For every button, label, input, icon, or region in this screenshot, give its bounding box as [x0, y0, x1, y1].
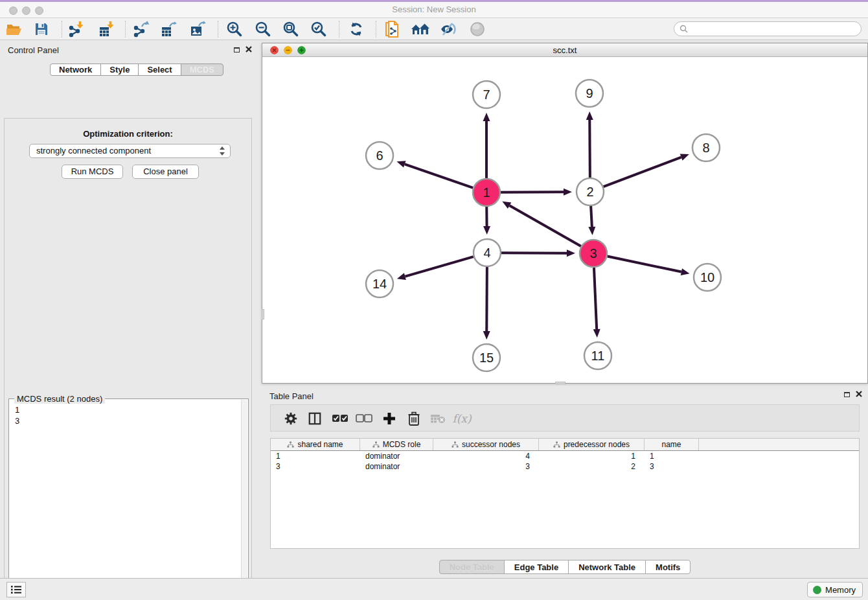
- column-header-successor-nodes[interactable]: successor nodes: [433, 439, 539, 450]
- apply-layout-button[interactable]: [347, 20, 366, 38]
- table-toolbar: f(x): [270, 404, 860, 432]
- table-panel-close-icon[interactable]: [855, 390, 863, 398]
- apply-layout-refresh-icon: [348, 21, 364, 37]
- optimization-criterion-value: strongly connected component: [36, 146, 151, 156]
- node-table-body: 1dominator4113dominator323: [271, 451, 859, 472]
- graph-node-label: 2: [586, 185, 593, 199]
- splitter-grip-vertical[interactable]: [262, 309, 264, 319]
- graph-edge-arrowhead: [586, 111, 593, 120]
- export-table-icon: [161, 21, 177, 38]
- toolbar-separator: [218, 21, 218, 38]
- table-cell: 3: [433, 461, 539, 472]
- table-panel-float-icon[interactable]: [844, 392, 850, 397]
- import-network-button[interactable]: [67, 20, 86, 38]
- hide-panel-button[interactable]: [439, 20, 458, 38]
- column-header-label: successor nodes: [462, 440, 520, 449]
- zoom-selected-button[interactable]: [309, 20, 328, 38]
- column-header-MCDS-role[interactable]: MCDS role: [360, 439, 433, 450]
- function-builder-button[interactable]: f(x): [452, 410, 472, 428]
- clone-network-button[interactable]: [382, 20, 402, 38]
- tab-select[interactable]: Select: [138, 63, 181, 76]
- graph-edge-arrowhead: [397, 273, 406, 280]
- list-icon: [10, 585, 22, 594]
- zoom-fit-icon: [282, 21, 299, 38]
- tab-node-table[interactable]: Node Table: [439, 560, 505, 574]
- delete-column-button[interactable]: [404, 410, 424, 428]
- graph-edge-1-2[interactable]: [501, 192, 564, 192]
- mcds-result-box: MCDS result (2 nodes) 13: [8, 398, 249, 600]
- control-panel-float-icon[interactable]: [234, 47, 240, 52]
- mcds-result-scrollbar[interactable]: [241, 400, 247, 600]
- column-header-predecessor-nodes[interactable]: predecessor nodes: [539, 439, 645, 450]
- mcds-result-title: MCDS result (2 nodes): [14, 394, 105, 404]
- table-cell: 1: [645, 451, 699, 461]
- network-view-window: scc.txt 7968124314101511: [262, 43, 868, 384]
- toolbar-separator: [376, 21, 376, 38]
- column-header-name[interactable]: name: [645, 439, 699, 450]
- tab-motifs[interactable]: Motifs: [645, 560, 691, 574]
- graph-edge-4-3[interactable]: [501, 253, 567, 253]
- graph-edge-3-11[interactable]: [594, 268, 597, 329]
- optimization-criterion-label: Optimization criterion:: [5, 129, 251, 139]
- graph-node-label: 8: [702, 141, 709, 155]
- optimization-criterion-select[interactable]: strongly connected component: [29, 144, 231, 158]
- search-field[interactable]: [674, 21, 862, 36]
- search-input[interactable]: [691, 25, 861, 34]
- select-all-columns-button[interactable]: [330, 410, 350, 428]
- export-table-button[interactable]: [159, 20, 179, 38]
- tab-edge-table[interactable]: Edge Table: [504, 560, 569, 574]
- export-network-button[interactable]: [131, 20, 151, 38]
- ndex-button[interactable]: [411, 20, 430, 38]
- tab-mcds[interactable]: MCDS: [181, 63, 223, 76]
- zoom-out-button[interactable]: [253, 20, 273, 38]
- open-session-button[interactable]: [5, 20, 24, 38]
- import-table-button[interactable]: [97, 20, 117, 38]
- tab-network[interactable]: Network: [50, 63, 101, 76]
- create-column-button[interactable]: [380, 410, 399, 428]
- close-panel-button[interactable]: Close panel: [132, 165, 199, 179]
- run-mcds-button[interactable]: Run MCDS: [62, 165, 123, 179]
- column-header-shared-name[interactable]: shared name: [271, 439, 360, 450]
- sphere-button[interactable]: [468, 20, 487, 38]
- graph-node-label: 6: [376, 148, 383, 163]
- graph-edge-2-9[interactable]: [589, 120, 590, 178]
- control-panel-tabs: NetworkStyleSelectMCDS: [50, 63, 223, 76]
- control-panel-title: Control Panel: [8, 45, 59, 55]
- zoom-fit-button[interactable]: [281, 20, 301, 38]
- graph-edge-arrowhead: [588, 227, 595, 235]
- trash-icon: [407, 411, 420, 426]
- houses-icon: [411, 21, 430, 37]
- save-session-button[interactable]: [32, 20, 51, 38]
- memory-button[interactable]: Memory: [807, 582, 863, 597]
- graph-edge-4-15[interactable]: [486, 267, 487, 331]
- table-row[interactable]: 1dominator411: [271, 451, 859, 461]
- graph-edge-3-1[interactable]: [510, 205, 581, 246]
- toolbar-separator: [125, 21, 126, 38]
- graph-edge-4-14[interactable]: [405, 257, 473, 277]
- tab-network-table[interactable]: Network Table: [568, 560, 646, 574]
- column-sort-icon: [451, 441, 459, 448]
- network-canvas[interactable]: 7968124314101511: [262, 57, 867, 383]
- toolbar-separator: [62, 21, 62, 38]
- zoom-in-button[interactable]: [225, 20, 244, 38]
- graph-edge-2-8[interactable]: [604, 157, 681, 187]
- task-history-button[interactable]: [6, 582, 26, 597]
- graph-edge-2-3[interactable]: [591, 206, 592, 227]
- network-window-titlebar: scc.txt: [262, 43, 867, 57]
- tab-style[interactable]: Style: [100, 63, 139, 76]
- graph-edge-1-6[interactable]: [405, 164, 473, 187]
- delete-table-button[interactable]: [428, 410, 448, 428]
- graph-node-label: 1: [483, 185, 490, 200]
- fx-icon: f(x): [452, 412, 471, 425]
- unselect-all-columns-button[interactable]: [354, 410, 374, 428]
- network-graph: 7968124314101511: [262, 57, 867, 383]
- table-row[interactable]: 3dominator323: [271, 461, 859, 472]
- control-panel-close-icon[interactable]: [245, 45, 253, 53]
- unchecked-boxes-icon: [356, 414, 372, 423]
- show-column-panel-button[interactable]: [305, 410, 325, 428]
- graph-edge-3-10[interactable]: [608, 257, 681, 272]
- splitter-grip-horizontal[interactable]: [555, 382, 565, 384]
- table-settings-button[interactable]: [281, 410, 301, 428]
- export-image-button[interactable]: [188, 20, 208, 38]
- mcds-result-value: 1: [15, 404, 19, 415]
